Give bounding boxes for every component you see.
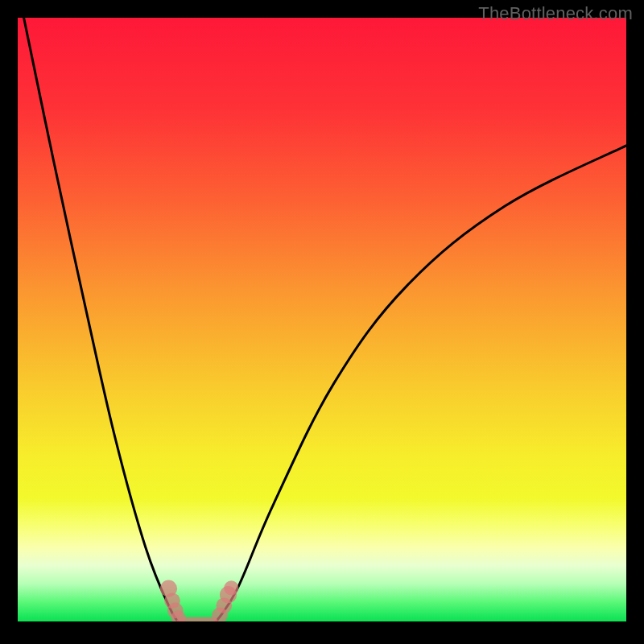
svg-rect-0 (18, 18, 626, 626)
bottom-black-strip (18, 621, 626, 626)
watermark-text: TheBottleneck.com (478, 3, 633, 24)
gradient-background (18, 18, 626, 626)
plot-frame (18, 18, 626, 626)
